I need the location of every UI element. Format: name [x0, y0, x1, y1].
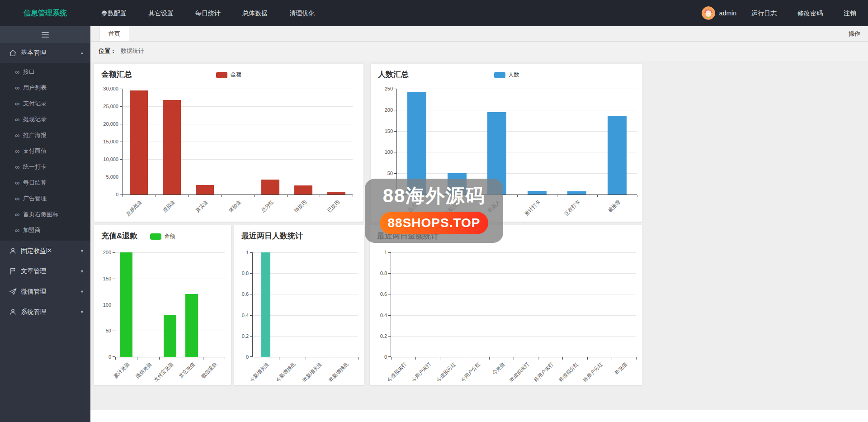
sidebar-section-1[interactable]: 基本管理▲: [0, 43, 90, 63]
chart-slots: 累计充值微信充值支付宝充值其它充值微信退款: [115, 252, 225, 357]
legend-label: 金额: [165, 232, 175, 240]
category-slot: 微信充值: [137, 252, 159, 357]
sidebar-item-用户列表[interactable]: ∞用户列表: [0, 80, 90, 95]
x-axis-label: 今充值: [491, 361, 506, 376]
y-axis-label: 0.4: [242, 313, 249, 318]
chart-plot: 00.20.40.60.81今虚拟未打今用户未打今虚拟分红今用户分红今充值昨虚拟…: [391, 252, 636, 357]
x-axis-label: 今用户分红: [459, 361, 481, 383]
y-tick-mark: [388, 356, 391, 357]
sidebar-item-提现记录[interactable]: ∞提现记录: [0, 111, 90, 127]
nav-right-item-2[interactable]: 修改密码: [787, 0, 833, 26]
x-axis-label: 昨用户分红: [582, 361, 604, 383]
x-axis-label: 昨新增关注: [301, 361, 323, 383]
category-slot: 总挑战金: [123, 89, 156, 194]
category-slot: 被推荐: [597, 89, 637, 194]
y-axis-label: 0: [246, 354, 249, 360]
app-logo[interactable]: 信息管理系统: [0, 9, 90, 18]
link-icon: ∞: [15, 163, 19, 171]
sidebar-section-2[interactable]: 固定收益区▼: [0, 241, 90, 261]
chart-legend[interactable]: 金额: [94, 232, 231, 240]
chart-plot: 05,00010,00015,00020,00025,00030,000总挑战金…: [122, 89, 353, 195]
y-axis-label: 0.4: [380, 313, 387, 318]
y-axis-label: 0.2: [380, 333, 387, 339]
nav-item-5[interactable]: 清理优化: [278, 0, 326, 26]
category-slot: 昨虚拟分红: [562, 252, 587, 357]
chart-legend[interactable]: 人数: [371, 71, 642, 79]
y-tick-mark: [113, 331, 115, 331]
nav-item-4[interactable]: 总体数据: [231, 0, 278, 26]
chart-slots: 总挑战金虚拟金真实金体验金总分红待提现已提现: [123, 89, 353, 194]
category-slot: 昨用户分红: [587, 252, 612, 357]
sidebar-item-支付面值[interactable]: ∞支付面值: [0, 143, 90, 159]
chart-legend[interactable]: 金额: [94, 71, 363, 79]
chevron-down-icon: ▼: [80, 289, 84, 294]
nav-item-2[interactable]: 其它设置: [137, 0, 184, 26]
category-slot: 今用户分红: [465, 252, 489, 357]
x-axis-label: 真实金: [194, 199, 209, 214]
y-axis-label: 0: [116, 192, 118, 197]
sidebar: 基本管理▲∞接口∞用户列表∞支付记录∞提现记录∞推广海报∞支付面值∞统一打卡∞每…: [0, 26, 90, 422]
y-axis-label: 0: [108, 354, 111, 360]
y-axis-label: 150: [385, 128, 393, 134]
username-label[interactable]: admin: [719, 9, 736, 17]
avatar-face-icon: [702, 6, 715, 20]
user-avatar[interactable]: [702, 6, 715, 20]
nav-right-item-3[interactable]: 注销: [833, 0, 856, 26]
bar-其它充值: [185, 294, 198, 357]
x-axis-label: 已提现: [326, 199, 341, 214]
y-axis-label: 200: [103, 250, 111, 255]
navbar-right: admin 运行日志修改密码注销: [702, 0, 868, 26]
sidebar-submenu: ∞接口∞用户列表∞支付记录∞提现记录∞推广海报∞支付面值∞统一打卡∞每日结算∞广…: [0, 63, 90, 241]
tab-actions-menu[interactable]: 操作: [841, 26, 868, 42]
x-axis-label: 今新增挑战: [274, 361, 297, 383]
watermark-text: 88海外源码: [383, 183, 486, 209]
y-axis-label: 100: [385, 149, 393, 155]
sidebar-item-统一打卡[interactable]: ∞统一打卡: [0, 159, 90, 175]
sidebar-item-label: 用户列表: [23, 84, 47, 92]
bar-正在打卡: [567, 191, 586, 194]
x-axis-label: 累计打卡: [523, 199, 542, 218]
sidebar-section-3[interactable]: 文章管理▼: [0, 261, 90, 281]
chart-plot: 00.20.40.60.81今新增关注今新增挑战昨新增关注昨新增挑战: [252, 252, 358, 357]
y-axis-label: 1: [384, 250, 387, 255]
y-tick-mark: [250, 273, 252, 274]
tab-home[interactable]: 首页: [99, 26, 129, 41]
sidebar-item-推广海报[interactable]: ∞推广海报: [0, 127, 90, 143]
sidebar-section-5[interactable]: 系统管理▼: [0, 302, 90, 322]
y-tick-mark: [113, 252, 115, 253]
nav-right-item-1[interactable]: 运行日志: [741, 0, 787, 26]
sidebar-item-加盟商[interactable]: ∞加盟商: [0, 222, 90, 238]
category-slot: 真实金: [188, 89, 221, 194]
top-nav-right-menu: 运行日志修改密码注销: [741, 0, 856, 26]
category-slot: 今虚拟未打: [391, 252, 415, 357]
link-icon: ∞: [15, 84, 19, 91]
home-icon: [9, 49, 17, 57]
y-axis-label: 0: [384, 354, 387, 360]
chart-plot: 050100150200累计充值微信充值支付宝充值其它充值微信退款: [115, 252, 225, 357]
sidebar-item-接口[interactable]: ∞接口: [0, 64, 90, 80]
sidebar-item-支付记录[interactable]: ∞支付记录: [0, 95, 90, 111]
sidebar-item-广告管理[interactable]: ∞广告管理: [0, 190, 90, 206]
category-slot: 今用户未打: [415, 252, 440, 357]
main-content: 首页 操作 位置：数据统计 88海外源码 88SHOPS.TOP 金额汇总金额0…: [90, 26, 868, 422]
category-slot: 昨充值: [612, 252, 636, 357]
chevron-down-icon: ▼: [80, 310, 84, 314]
category-slot: 虚拟金: [156, 89, 189, 194]
sidebar-item-每日结算[interactable]: ∞每日结算: [0, 175, 90, 190]
sidebar-item-首页右侧图标[interactable]: ∞首页右侧图标: [0, 206, 90, 222]
x-axis-label: 总挑战金: [125, 199, 144, 218]
category-slot: 今虚拟分红: [440, 252, 464, 357]
nav-item-3[interactable]: 每日统计: [184, 0, 231, 26]
category-slot: 今充值: [489, 252, 514, 357]
legend-label: 金额: [231, 71, 241, 79]
sidebar-collapse-button[interactable]: [0, 26, 90, 43]
link-icon: ∞: [15, 227, 19, 234]
y-tick-mark: [113, 305, 115, 305]
bar-已提现: [327, 192, 345, 194]
y-axis-label: 200: [385, 107, 393, 113]
sidebar-section-4[interactable]: 微信管理▼: [0, 281, 90, 302]
sidebar-section-label: 微信管理: [21, 288, 46, 296]
nav-item-1[interactable]: 参数配置: [90, 0, 137, 26]
chart-panel-recharge-refund: 充值&退款金额050100150200累计充值微信充值支付宝充值其它充值微信退款: [94, 225, 231, 385]
category-slot: 总分红: [254, 89, 287, 194]
